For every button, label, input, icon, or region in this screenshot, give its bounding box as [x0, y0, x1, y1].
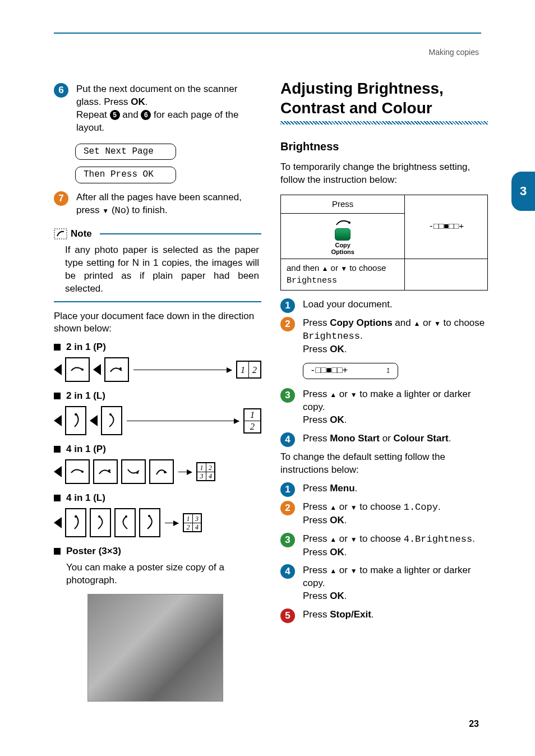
- down-arrow-icon: [434, 317, 441, 328]
- arrow-left-icon: [54, 466, 62, 477]
- lcd-set-next-page: Set Next Page: [75, 144, 176, 160]
- down-arrow-icon: [350, 389, 357, 399]
- step7-text-c: ) to finish.: [126, 205, 168, 215]
- flow-arrow-icon: [133, 370, 232, 370]
- b-step-4: 4 Press or to make a lighter or darker c…: [280, 564, 488, 603]
- a-step-2: 2 Press Copy Options and or to choose Br…: [280, 317, 488, 382]
- copy-options-cell: Copy Options: [281, 214, 405, 259]
- b-step-1: 1 Press Menu.: [280, 482, 488, 495]
- b2-text: Press or to choose 1.Copy. Press OK.: [303, 501, 441, 525]
- a3-text: Press or to make a lighter or darker cop…: [303, 389, 471, 425]
- svg-point-2: [119, 367, 122, 370]
- no-option: No: [115, 205, 126, 216]
- sheet-3-icon: [114, 508, 136, 537]
- b3-text: Press or to choose 4.Brightness. Press O…: [303, 533, 475, 557]
- sheet-4-icon: [139, 508, 160, 537]
- note-body: If any photo paper is selected as the pa…: [65, 244, 259, 296]
- up-arrow-icon: [330, 389, 336, 399]
- note-icon: [54, 228, 67, 239]
- layout-poster-label: Poster (3×3): [54, 545, 261, 558]
- layout-4in1-l-label: 4 in 1 (L): [54, 492, 261, 505]
- a2-text: Press Copy Options and or to choose Brig…: [303, 317, 485, 354]
- svg-point-5: [81, 471, 84, 473]
- step6-text2b: and: [122, 109, 141, 120]
- step-badge: 5: [280, 609, 295, 623]
- svg-point-9: [75, 515, 77, 518]
- down-arrow-icon: [350, 501, 357, 512]
- page-number: 23: [469, 718, 479, 730]
- right-column: Adjusting Brightness, Contrast and Colou…: [280, 79, 488, 627]
- b1-text: Press Menu.: [303, 483, 357, 494]
- mid-text: To change the default setting follow the…: [280, 451, 488, 477]
- svg-point-7: [136, 472, 139, 474]
- layout-poster-body: You can make a poster size copy of a pho…: [66, 561, 261, 587]
- ref-badge-5: 5: [110, 110, 120, 120]
- arrow-left-icon: [54, 415, 62, 426]
- down-arrow-icon: [102, 205, 109, 215]
- step7-text-b: (: [109, 205, 114, 215]
- a-step-3: 3 Press or to make a lighter or darker c…: [280, 388, 488, 427]
- result-grid-2x1: 12: [236, 361, 261, 379]
- chapter-tab: 3: [511, 172, 535, 211]
- step-badge: 4: [280, 432, 295, 447]
- press-row2-blank: [405, 259, 488, 291]
- brightness-intro: To temporarily change the brightness set…: [280, 161, 488, 187]
- sheet-1-icon: [65, 459, 90, 484]
- b-step-5: 5 Press Stop/Exit.: [280, 609, 488, 621]
- sheet-1-icon: [65, 508, 86, 537]
- step-badge: 3: [280, 533, 295, 547]
- flow-arrow-icon: [165, 523, 178, 523]
- flow-arrow-icon: [127, 421, 239, 421]
- layout-2in1-p-label: 2 in 1 (P): [54, 341, 261, 354]
- b5-text: Press Stop/Exit.: [303, 609, 374, 620]
- step6-text1: Put the next document on the scanner gla…: [76, 84, 237, 107]
- svg-point-10: [98, 515, 100, 518]
- result-grid-2x2-l: 1324: [183, 513, 202, 532]
- a-step-1: 1 Load your document.: [280, 298, 488, 311]
- note-rule: [100, 233, 261, 234]
- press-row2: and then or to choose Brightness: [281, 259, 405, 291]
- down-arrow-icon: [340, 263, 347, 273]
- step-badge: 3: [280, 388, 295, 403]
- up-arrow-icon: [330, 565, 336, 575]
- arrow-left-icon: [90, 415, 98, 426]
- b4-text: Press or to make a lighter or darker cop…: [303, 565, 471, 601]
- ok-label: OK: [131, 96, 145, 107]
- running-header: Making copies: [429, 47, 479, 58]
- section-rule: [280, 121, 488, 125]
- sheet-1-icon: [65, 406, 86, 435]
- svg-point-4: [109, 413, 112, 416]
- svg-point-3: [75, 413, 77, 416]
- sheet-2-icon: [93, 459, 118, 484]
- svg-point-6: [108, 469, 110, 472]
- press-header: Press: [281, 195, 405, 213]
- sheet-1-icon: [65, 357, 90, 382]
- step-badge: 2: [280, 317, 295, 331]
- a4-text: Press Mono Start or Colour Start.: [303, 433, 451, 444]
- layout-4in1-p-label: 4 in 1 (P): [54, 443, 261, 456]
- a-step-4: 4 Press Mono Start or Colour Start.: [280, 432, 488, 445]
- up-arrow-icon: [330, 533, 336, 544]
- flow-arrow-icon: [178, 472, 192, 472]
- svg-point-8: [164, 471, 166, 473]
- step6-text2a: Repeat: [76, 109, 110, 120]
- layout-4in1-l: 1324: [54, 508, 261, 537]
- copy-options-icon: Copy Options: [331, 217, 354, 255]
- step-7: 7 After all the pages have been scanned,…: [54, 191, 261, 218]
- left-column: 6 Put the next document on the scanner g…: [54, 79, 261, 702]
- note-close-rule: [54, 301, 261, 302]
- result-grid-1x2: 12: [243, 408, 261, 434]
- layout-2in1-p: 12: [54, 357, 261, 382]
- lcd-brightness-scale: -□□■□□+ ↕: [303, 363, 398, 380]
- svg-point-11: [125, 515, 127, 518]
- step-badge: 4: [280, 564, 295, 579]
- svg-point-13: [348, 222, 350, 224]
- section-title: Adjusting Brightness, Contrast and Colou…: [280, 79, 488, 118]
- top-rule: [54, 33, 481, 34]
- a1-text: Load your document.: [303, 299, 393, 310]
- arrow-left-icon: [93, 364, 101, 375]
- press-value-cell: -□□■□□+: [405, 195, 488, 259]
- b-step-3: 3 Press or to choose 4.Brightness. Press…: [280, 533, 488, 559]
- step-badge-7: 7: [54, 191, 68, 206]
- arrow-left-icon: [54, 364, 62, 375]
